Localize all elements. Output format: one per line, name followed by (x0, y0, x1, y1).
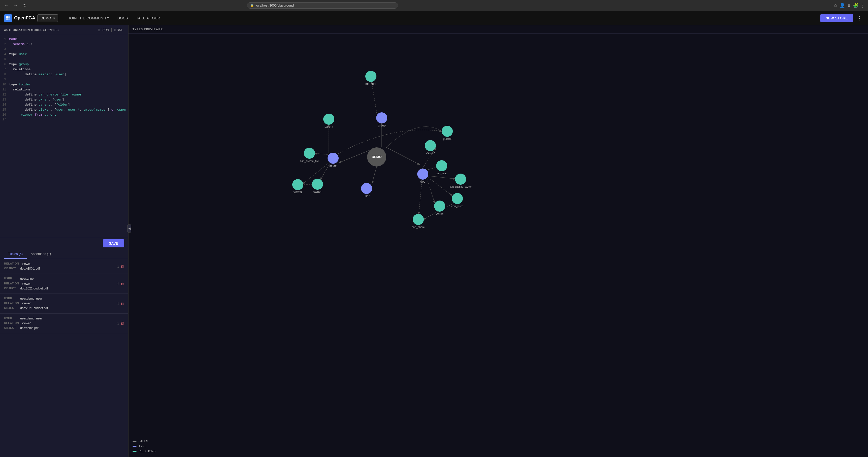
tuple-delete-button[interactable]: 🗑 (121, 264, 124, 268)
tuple-info-button[interactable]: ℹ (117, 321, 119, 325)
code-line: 3 (0, 47, 128, 52)
node-can-read[interactable] (436, 160, 447, 171)
json-format-button[interactable]: ⎘ JSON (96, 28, 111, 32)
forward-button[interactable]: → (12, 2, 19, 9)
format-separator: | (111, 28, 112, 32)
line-content: type folder (9, 83, 31, 86)
node-owner-left[interactable] (312, 179, 323, 190)
bookmark-button[interactable]: ☆ (834, 3, 838, 8)
new-store-button[interactable]: NEW STORE (820, 14, 853, 22)
demo-dropdown[interactable]: DEMO ▾ (37, 14, 58, 22)
nav-tour[interactable]: TAKE A TOUR (132, 14, 164, 22)
tuple-row: USERuser:anne (4, 276, 117, 281)
tuple-actions: ℹ🗑 (117, 302, 124, 306)
legend-relations-label: RELATIONS (138, 450, 155, 453)
auth-model-header: AUTHORIZATION MODEL (4 TYPES) ⎘ JSON | ⎘… (0, 25, 128, 35)
code-line: 10 type folder (0, 82, 128, 87)
line-content: viewer from parent (9, 113, 56, 117)
browser-icons: ☆ 👤 ⬇ 🧩 ⋮ (834, 3, 865, 8)
menu-button[interactable]: ⋮ (861, 3, 865, 8)
tuple-delete-button[interactable]: 🗑 (121, 282, 124, 286)
tuple-delete-button[interactable]: 🗑 (121, 321, 124, 325)
label-can-write: can_write (451, 205, 463, 208)
tuple-label: RELATION (4, 301, 19, 306)
node-can-share[interactable] (413, 214, 424, 225)
line-content: type group (9, 62, 29, 66)
address-bar[interactable]: 🔒 localhost:3000/playground (247, 2, 398, 8)
tab-assertions[interactable]: Assertions (1) (27, 249, 55, 259)
label-viewer-left: viewer (293, 190, 302, 194)
tuple-fields: USERuser:anneRELATIONviewerOBJECTdoc:202… (4, 276, 117, 291)
dsl-format-button[interactable]: ⎘ DSL (113, 28, 124, 32)
legend-relations: RELATIONS (132, 450, 155, 453)
line-content: define parent: [folder] (9, 103, 70, 106)
node-parent-right[interactable] (442, 126, 453, 137)
save-button[interactable]: SAVE (103, 239, 124, 247)
tuple-label: RELATION (4, 281, 19, 286)
node-member[interactable] (365, 71, 376, 82)
code-line: 6 type group (0, 62, 128, 67)
label-can-read: can_read (436, 172, 447, 175)
legend-relations-dot (132, 451, 136, 452)
tuple-label: RELATION (4, 262, 19, 266)
tuple-value: user:anne (20, 276, 33, 281)
node-viewer-right[interactable] (425, 140, 436, 151)
node-owner-right[interactable] (434, 201, 445, 212)
tuple-value: doc:2021-budget.pdf (20, 306, 48, 311)
profile-button[interactable]: 👤 (840, 3, 845, 8)
label-can-change-owner: can_change_owner (450, 185, 472, 188)
nav-docs[interactable]: DOCS (113, 14, 132, 22)
tab-tuples[interactable]: Tuples (5) (4, 249, 27, 259)
node-group[interactable] (376, 112, 387, 123)
tuple-actions: ℹ🗑 (117, 282, 124, 286)
svg-rect-1 (8, 17, 10, 18)
tuple-info-button[interactable]: ℹ (117, 264, 119, 268)
main-layout: AUTHORIZATION MODEL (4 TYPES) ⎘ JSON | ⎘… (0, 25, 868, 457)
node-viewer-left[interactable] (292, 179, 303, 190)
code-line: 1 model (0, 37, 128, 42)
node-can-change-owner[interactable] (455, 174, 466, 185)
label-viewer-right: viewer (426, 151, 435, 155)
download-button[interactable]: ⬇ (847, 3, 851, 8)
tuple-row: RELATIONviewer (4, 301, 117, 306)
tuple-label: USER (4, 296, 17, 301)
node-can-create-file[interactable] (304, 148, 315, 159)
line-number: 9 (0, 78, 9, 81)
code-line: 9 (0, 77, 128, 82)
tuple-info-button[interactable]: ℹ (117, 302, 119, 306)
tuple-value: user:demo_user (20, 316, 42, 321)
code-line: 8 define member: [user] (0, 72, 128, 77)
node-user[interactable] (361, 183, 372, 194)
tuple-fields: USERuser:demo_userRELATIONviewerOBJECTdo… (4, 296, 117, 311)
types-previewer-header: TYPES PREVIEWER (128, 25, 868, 33)
collapse-handle[interactable]: ◀ (127, 224, 131, 233)
node-folder[interactable] (328, 153, 339, 164)
code-line: 17 (0, 118, 128, 123)
tuple-fields: RELATIONviewerOBJECTdoc:ABC-1.pdf (4, 262, 117, 271)
code-editor[interactable]: 1 model 2 schema 1.1 3 4 type user 5 6 t… (0, 35, 128, 237)
browser-chrome: ← → ↻ 🔒 localhost:3000/playground ☆ 👤 ⬇ … (0, 0, 868, 11)
app-header: OpenFGA DEMO ▾ JOIN THE COMMUNITY DOCS T… (0, 11, 868, 25)
node-can-write[interactable] (452, 193, 463, 204)
legend-type: TYPE (132, 445, 155, 448)
tuple-delete-button[interactable]: 🗑 (121, 302, 124, 306)
svg-line-12 (372, 82, 377, 113)
tuple-row: RELATIONviewer (4, 262, 117, 266)
more-menu-button[interactable]: ⋮ (855, 14, 864, 22)
node-doc[interactable] (417, 169, 428, 180)
back-button[interactable]: ← (3, 2, 10, 9)
reload-button[interactable]: ↻ (21, 2, 28, 9)
tuple-info-button[interactable]: ℹ (117, 282, 119, 286)
save-bar: SAVE (0, 237, 128, 249)
tuple-value: viewer (22, 281, 31, 286)
nav-community[interactable]: JOIN THE COMMUNITY (64, 14, 113, 22)
tuple-row: USERuser:demo_user (4, 316, 117, 321)
code-line: 4 type user (0, 52, 128, 57)
legend-type-dot (132, 446, 136, 447)
node-parent-top[interactable] (323, 114, 334, 125)
tuple-label: OBJECT (4, 306, 17, 311)
tuple-value: viewer (22, 301, 31, 306)
tuple-row: OBJECTdoc:demo.pdf (4, 326, 117, 331)
tuple-label: OBJECT (4, 266, 17, 271)
extensions-button[interactable]: 🧩 (853, 3, 859, 8)
